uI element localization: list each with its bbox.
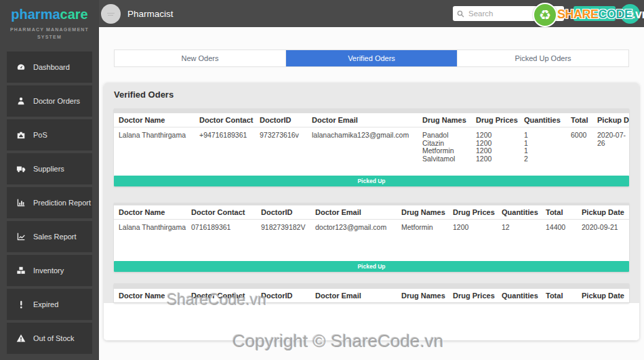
sidebar-item-inventory[interactable]: Inventory bbox=[7, 255, 92, 286]
col-doctor-id: DoctorID bbox=[256, 292, 310, 300]
sidebar-item-sales-report[interactable]: Sales Report bbox=[7, 221, 92, 252]
cell-drug-prices: 1200 bbox=[448, 224, 497, 232]
user-role-label: Pharmacist bbox=[127, 9, 174, 19]
search-button[interactable] bbox=[573, 6, 616, 21]
sidebar: pharmacare PHARMACY MANAGEMENT SYSTEM Da… bbox=[0, 0, 99, 360]
truck-icon bbox=[16, 163, 26, 174]
table-header-row: Doctor Name Doctor Contact DoctorID Doct… bbox=[114, 113, 629, 127]
col-doctor-id: DoctorID bbox=[256, 208, 310, 216]
top-navbar: Pharmacist ⚙ bbox=[99, 0, 644, 27]
cell-pickup-date: 2020-09-21 bbox=[577, 224, 629, 232]
order-tabs: New Oders Verified Oders Picked Up Oders bbox=[114, 49, 629, 67]
sidebar-item-label: Expired bbox=[33, 300, 58, 308]
col-drug-prices: Drug Prices bbox=[448, 292, 497, 300]
panel-title: Verified Oders bbox=[114, 83, 629, 105]
cell-drug-names: Panadol Citazin Metformin Salvitamol bbox=[418, 132, 471, 163]
table-scroll-track[interactable] bbox=[114, 283, 629, 289]
col-doctor-name: Doctor Name bbox=[114, 116, 195, 124]
order-table-2: Doctor Name Doctor Contact DoctorID Doct… bbox=[114, 203, 629, 272]
col-pickup-date: Pickup Date bbox=[577, 208, 629, 216]
verified-orders-panel: Verified Oders Doctor Name Doctor Contac… bbox=[104, 83, 639, 340]
picked-up-button[interactable]: Picked Up bbox=[114, 261, 629, 272]
main-content: New Oders Verified Oders Picked Up Oders… bbox=[99, 27, 644, 360]
sidebar-item-label: Doctor Orders bbox=[33, 97, 80, 105]
user-avatar[interactable] bbox=[101, 4, 121, 24]
logo-text-pharma: pharma bbox=[11, 7, 60, 22]
table-header-row: Doctor Name Doctor Contact DoctorID Doct… bbox=[114, 289, 629, 303]
sidebar-item-pos[interactable]: PoS bbox=[7, 119, 92, 151]
sidebar-item-label: Prediction Report bbox=[33, 199, 91, 207]
col-doctor-email: Doctor Email bbox=[310, 292, 397, 300]
logo-subtitle: PHARMACY MANAGEMENT SYSTEM bbox=[4, 26, 95, 41]
sidebar-item-label: Out of Stock bbox=[33, 334, 75, 342]
tab-new-orders[interactable]: New Oders bbox=[115, 50, 286, 66]
cell-doctor-id: 9182739182V bbox=[256, 224, 310, 232]
picked-up-button[interactable]: Picked Up bbox=[114, 176, 629, 186]
exclamation-icon bbox=[16, 299, 26, 310]
cell-total: 6000 bbox=[566, 132, 592, 140]
col-total: Total bbox=[566, 116, 592, 124]
col-quantities: Quantities bbox=[497, 208, 541, 216]
cell-doctor-name: Lalana Thanthirgama bbox=[114, 132, 195, 140]
pos-icon bbox=[16, 129, 26, 140]
sidebar-item-doctor-orders[interactable]: Doctor Orders bbox=[7, 85, 92, 117]
app-logo: pharmacare PHARMACY MANAGEMENT SYSTEM bbox=[0, 0, 99, 46]
table-scroll-track[interactable] bbox=[114, 108, 629, 113]
tab-picked-up-orders[interactable]: Picked Up Oders bbox=[458, 50, 628, 66]
cell-doctor-email: lalanachamika123@gmail.com bbox=[307, 132, 418, 140]
col-doctor-contact: Doctor Contact bbox=[186, 208, 256, 216]
tab-verified-orders[interactable]: Verified Oders bbox=[286, 50, 458, 66]
col-doctor-email: Doctor Email bbox=[307, 116, 418, 124]
sidebar-item-dashboard[interactable]: Dashboard bbox=[7, 52, 92, 83]
col-drug-prices: Drug Prices bbox=[471, 116, 519, 124]
doctor-icon bbox=[16, 96, 26, 106]
col-doctor-contact: Doctor Contact bbox=[195, 116, 255, 124]
cell-pickup-date: 2020-07-26 bbox=[592, 132, 629, 147]
table-row: Lalana Thanthirgama +94716189361 9732736… bbox=[114, 127, 629, 165]
sidebar-menu: Dashboard Doctor Orders PoS Suppliers Pr… bbox=[7, 52, 92, 354]
col-total: Total bbox=[541, 208, 577, 216]
col-doctor-name: Doctor Name bbox=[114, 208, 186, 216]
cell-doctor-email: doctor123@gmail.com bbox=[310, 224, 397, 232]
search-input[interactable] bbox=[468, 9, 560, 18]
gear-icon[interactable]: ⚙ bbox=[620, 4, 640, 24]
order-table-3: Doctor Name Doctor Contact DoctorID Doct… bbox=[114, 283, 629, 303]
search-icon bbox=[457, 10, 464, 18]
gauge-icon bbox=[16, 62, 26, 73]
col-drug-names: Drug Names bbox=[397, 292, 448, 300]
col-drug-names: Drug Names bbox=[418, 116, 471, 124]
sidebar-item-label: Dashboard bbox=[33, 63, 70, 71]
cell-quantities: 1 1 1 2 bbox=[519, 132, 566, 163]
sidebar-item-label: Sales Report bbox=[33, 233, 77, 241]
col-pickup-date: Pickup Date bbox=[592, 116, 629, 124]
col-quantities: Quantities bbox=[519, 116, 566, 124]
sidebar-item-label: Suppliers bbox=[33, 165, 64, 173]
table-header-row: Doctor Name Doctor Contact DoctorID Doct… bbox=[114, 205, 629, 220]
sidebar-item-label: PoS bbox=[33, 131, 47, 139]
col-doctor-contact: Doctor Contact bbox=[186, 292, 256, 300]
sidebar-item-expired[interactable]: Expired bbox=[7, 289, 92, 320]
cell-total: 14400 bbox=[541, 224, 577, 232]
col-doctor-id: DoctorID bbox=[255, 116, 307, 124]
cell-doctor-contact: 0716189361 bbox=[186, 224, 256, 232]
cell-drug-names: Metformin bbox=[397, 224, 448, 232]
col-doctor-name: Doctor Name bbox=[114, 292, 186, 300]
col-drug-names: Drug Names bbox=[397, 208, 448, 216]
line-chart-icon bbox=[16, 231, 26, 242]
col-drug-prices: Drug Prices bbox=[448, 208, 497, 216]
cell-quantities: 12 bbox=[497, 224, 541, 232]
sidebar-item-out-of-stock[interactable]: Out of Stock bbox=[7, 323, 92, 354]
col-doctor-email: Doctor Email bbox=[310, 208, 397, 216]
cell-doctor-name: Lalana Thanthirgama bbox=[114, 224, 186, 232]
bar-chart-icon bbox=[16, 197, 26, 208]
sidebar-item-prediction-report[interactable]: Prediction Report bbox=[7, 187, 92, 218]
cell-doctor-contact: +94716189361 bbox=[195, 132, 255, 140]
warning-triangle-icon bbox=[16, 333, 26, 344]
boxes-icon bbox=[16, 265, 26, 276]
order-table-1: Doctor Name Doctor Contact DoctorID Doct… bbox=[114, 108, 629, 186]
sidebar-item-suppliers[interactable]: Suppliers bbox=[7, 153, 92, 184]
cell-drug-prices: 1200 1200 1200 1200 bbox=[471, 132, 519, 163]
logo-text-care: care bbox=[60, 7, 88, 22]
table-row: Lalana Thanthirgama 0716189361 918273918… bbox=[114, 220, 629, 235]
search-box bbox=[453, 6, 564, 21]
